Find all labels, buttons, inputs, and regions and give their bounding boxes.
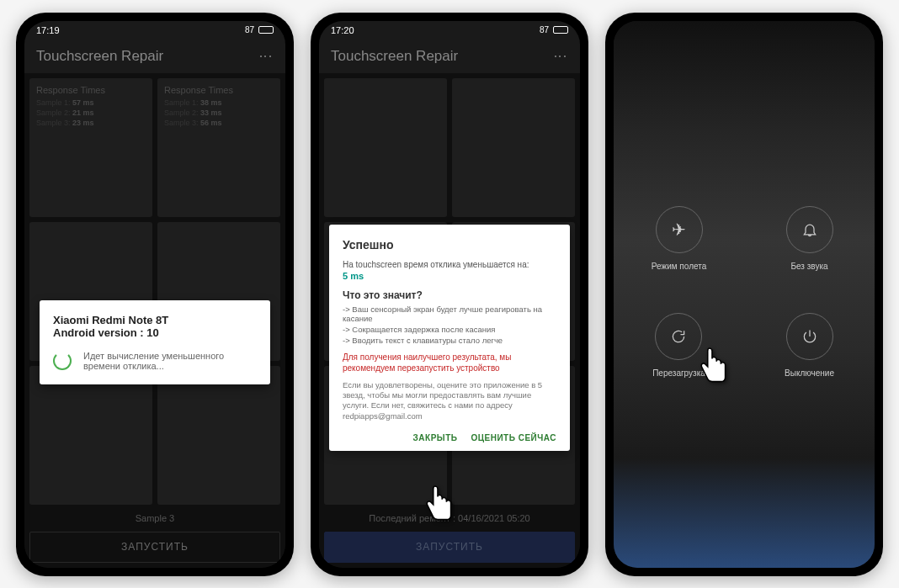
bell-icon (786, 206, 833, 253)
what-heading: Что это значит? (343, 289, 556, 301)
success-dialog: Успешно На touchscreen время отклика уме… (329, 225, 570, 451)
app-title: Touchscreen Repair (36, 48, 163, 65)
poweroff-button[interactable]: Выключение (785, 313, 834, 378)
device-name: Xiaomi Redmi Note 8T (53, 314, 257, 326)
phone-3: ✈ Режим полета Без звука Перезагрузка (605, 13, 883, 576)
battery-icon (553, 26, 568, 34)
improvement-ms: 5 ms (343, 271, 556, 281)
phone-screen-3: ✈ Режим полета Без звука Перезагрузка (614, 21, 875, 568)
dialog-subtitle: На touchscreen время отклика уменьшается… (343, 260, 556, 269)
status-icons: 87 (540, 25, 568, 34)
menu-dots-icon[interactable]: ⋮ (258, 50, 274, 62)
rate-info: Если вы удовлетворены, оцените это прило… (343, 380, 556, 421)
bullet-2: -> Сокращается задержка после касания (343, 325, 556, 334)
airplane-icon: ✈ (656, 206, 703, 253)
progress-message: Идет вычисление уменьшенного времени отк… (83, 351, 257, 371)
power-menu: ✈ Режим полета Без звука Перезагрузка (614, 206, 875, 378)
clock-text: 17:19 (36, 25, 60, 35)
bullet-3: -> Вводить текст с клавиатуры стало легч… (343, 336, 556, 345)
dialog-title: Успешно (343, 238, 556, 252)
airplane-mode-button[interactable]: ✈ Режим полета (652, 206, 706, 271)
app-title: Touchscreen Repair (331, 48, 458, 65)
phone-1: 17:19 87 Touchscreen Repair ⋮ Response T… (16, 13, 294, 576)
status-bar: 17:19 87 (24, 21, 285, 40)
phone-screen-1: 17:19 87 Touchscreen Repair ⋮ Response T… (24, 21, 285, 568)
restart-recommendation: Для получения наилучшего результата, мы … (343, 352, 556, 373)
status-icons: 87 (245, 25, 274, 34)
app-header: Touchscreen Repair ⋮ (24, 40, 285, 73)
restart-icon (655, 313, 702, 360)
spinner-icon (53, 352, 72, 370)
power-icon (786, 313, 833, 360)
progress-card: Xiaomi Redmi Note 8T Android version : 1… (40, 300, 270, 384)
silent-mode-button[interactable]: Без звука (786, 206, 833, 271)
restart-button[interactable]: Перезагрузка (652, 313, 705, 378)
battery-icon (258, 26, 274, 34)
clock-text: 17:20 (331, 25, 354, 35)
battery-text: 87 (540, 25, 549, 34)
menu-dots-icon[interactable]: ⋮ (552, 50, 568, 62)
app-header: Touchscreen Repair ⋮ (319, 40, 580, 73)
bullet-1: -> Ваш сенсорный экран будет лучше реаги… (343, 305, 556, 323)
rate-now-button[interactable]: ОЦЕНИТЬ СЕЙЧАС (471, 433, 556, 442)
close-button[interactable]: ЗАКРЫТЬ (413, 433, 458, 442)
phone-screen-2: 17:20 87 Touchscreen Repair ⋮ По (319, 21, 580, 568)
phone-2: 17:20 87 Touchscreen Repair ⋮ По (311, 13, 588, 576)
android-version: Android version : 10 (53, 326, 257, 339)
battery-text: 87 (245, 25, 254, 34)
status-bar: 17:20 87 (319, 21, 580, 40)
